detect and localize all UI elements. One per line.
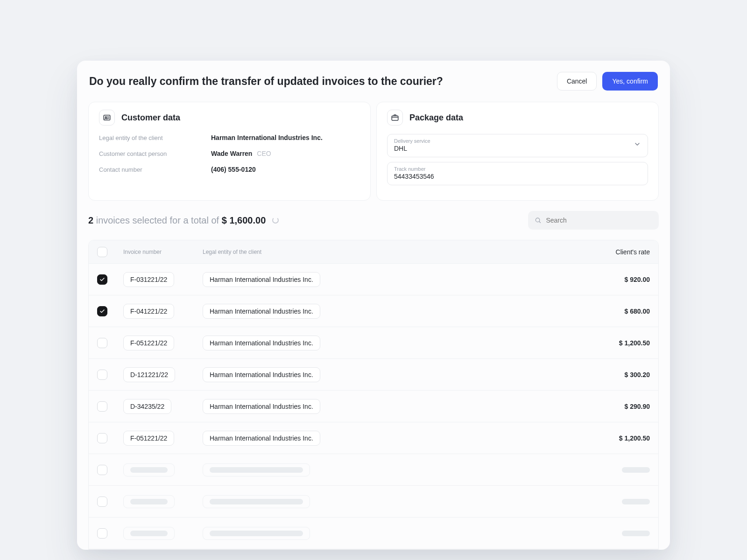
col-legal-entity: Legal entity of the client [203,249,575,255]
contact-number-value: (406) 555-0120 [211,166,256,173]
svg-line-4 [539,222,541,223]
row-checkbox[interactable] [97,370,107,380]
invoice-number-badge: D-34235/22 [123,399,171,414]
customer-card: Customer data Legal entity of the client… [88,102,371,201]
svg-point-1 [105,117,106,118]
confirm-button[interactable]: Yes, confirm [602,72,658,91]
col-client-rate: Client's rate [575,248,650,256]
invoice-table: Invoice number Legal entity of the clien… [88,240,659,550]
contact-person-label: Customer contact person [99,150,211,157]
legal-entity-label: Legal entity of the client [99,134,211,141]
package-icon [387,110,403,126]
client-rate: $ 1,200.50 [575,434,650,442]
client-rate: $ 1,200.50 [575,339,650,347]
skeleton-badge [203,495,310,508]
customer-card-title: Customer data [121,113,180,123]
modal-actions: Cancel Yes, confirm [557,72,658,91]
delivery-service-value: DHL [394,145,634,152]
modal-header: Do you really confirm the transfer of up… [77,61,670,102]
search-box[interactable] [528,211,659,230]
row-checkbox[interactable] [97,401,107,412]
chevron-down-icon [634,140,641,150]
invoice-number-badge: F-041221/22 [123,304,174,319]
entity-badge: Harman International Industries Inc. [203,272,320,287]
table-row: D-34235/22Harman International Industrie… [89,391,658,422]
table-row: F-041221/22Harman International Industri… [89,295,658,327]
entity-badge: Harman International Industries Inc. [203,304,320,319]
track-number-field[interactable]: Track number 54433453546 [387,162,648,185]
confirm-modal: Do you really confirm the transfer of up… [77,61,670,550]
contact-number-label: Contact number [99,166,211,173]
selection-summary: 2 invoices selected for a total of $ 1,6… [88,215,279,226]
delivery-service-label: Delivery service [394,138,634,144]
entity-badge: Harman International Industries Inc. [203,336,320,350]
row-checkbox[interactable] [97,433,107,443]
row-checkbox[interactable] [97,306,107,316]
invoice-number-badge: F-031221/22 [123,272,174,287]
table-row: F-031221/22Harman International Industri… [89,264,658,295]
select-all-checkbox[interactable] [97,247,107,257]
cancel-button[interactable]: Cancel [557,72,597,91]
delivery-service-select[interactable]: Delivery service DHL [387,134,648,157]
invoice-number-badge: D-121221/22 [123,367,175,382]
modal-title: Do you really confirm the transfer of up… [89,75,443,88]
cards: Customer data Legal entity of the client… [77,102,670,201]
client-rate: $ 290.90 [575,403,650,410]
skeleton-badge [123,463,175,476]
col-invoice-number: Invoice number [123,249,203,255]
client-rate: $ 920.00 [575,276,650,283]
package-card: Package data Delivery service DHL Track … [376,102,659,201]
entity-badge: Harman International Industries Inc. [203,431,320,446]
skeleton-badge [123,527,175,540]
entity-badge: Harman International Industries Inc. [203,399,320,414]
skeleton-badge [203,463,310,476]
search-icon [535,217,541,224]
table-row: D-121221/22Harman International Industri… [89,359,658,391]
table-toolbar: 2 invoices selected for a total of $ 1,6… [88,201,659,240]
loading-spinner-icon [272,217,279,224]
table-row: F-051221/22Harman International Industri… [89,422,658,454]
client-rate: $ 680.00 [575,308,650,315]
row-checkbox [97,528,107,539]
table-header: Invoice number Legal entity of the clien… [89,240,658,264]
client-rate: $ 300.20 [575,371,650,378]
contact-person-value: Wade Warren CEO [211,150,271,157]
invoice-number-badge: F-051221/22 [123,336,174,350]
skeleton-rate [575,499,650,504]
svg-point-3 [536,218,539,222]
track-number-label: Track number [394,166,641,172]
skeleton-badge [203,527,310,540]
table-row-skeleton [89,454,658,486]
row-checkbox [97,465,107,475]
customer-icon [99,110,115,126]
skeleton-badge [123,495,175,508]
skeleton-rate [575,531,650,536]
invoice-number-badge: F-051221/22 [123,431,174,446]
entity-badge: Harman International Industries Inc. [203,367,320,382]
search-input[interactable] [546,217,652,224]
track-number-value: 54433453546 [394,173,641,180]
row-checkbox [97,497,107,507]
row-checkbox[interactable] [97,274,107,285]
table-row: F-051221/22Harman International Industri… [89,327,658,359]
svg-rect-2 [392,116,398,120]
table-row-skeleton [89,518,658,549]
package-card-title: Package data [409,113,463,123]
row-checkbox[interactable] [97,338,107,348]
skeleton-rate [575,467,650,473]
table-row-skeleton [89,486,658,518]
legal-entity-value: Harman International Industries Inc. [211,134,323,141]
